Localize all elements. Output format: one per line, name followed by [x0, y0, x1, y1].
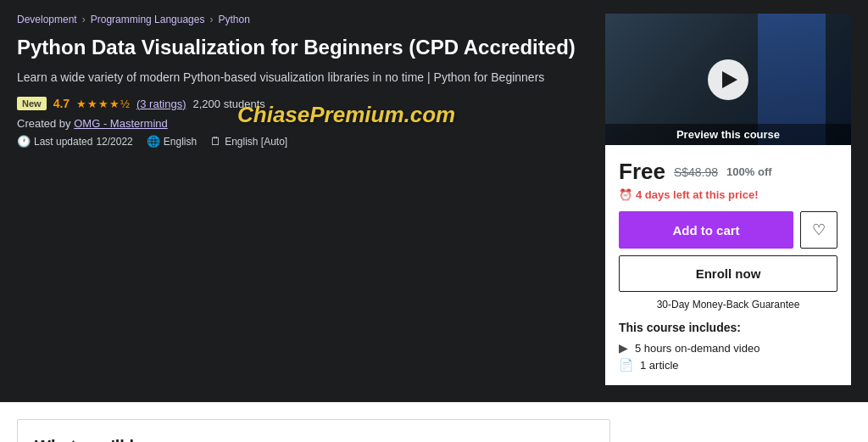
learn-section: What you'll learn ✓ Review the python vi…	[17, 419, 610, 442]
creator-label: Created by	[17, 117, 71, 130]
last-updated-value: 12/2022	[96, 136, 132, 148]
sidebar-card: Free S$48.98 100% off ⏰ 4 days left at t…	[605, 145, 851, 385]
includes-item-article: 📄 1 article	[619, 358, 837, 372]
course-title: Python Data Visualization for Beginners …	[17, 34, 588, 60]
price-row: Free S$48.98 100% off	[619, 159, 837, 185]
language: 🌐 English	[147, 135, 197, 148]
star-3: ★	[98, 98, 108, 110]
bottom-section: What you'll learn ✓ Review the python vi…	[0, 402, 868, 442]
guarantee-text: 30-Day Money-Back Guarantee	[619, 299, 837, 311]
star-1: ★	[76, 98, 86, 110]
heart-icon: ♡	[812, 221, 826, 239]
language-value: English	[164, 136, 197, 148]
breadcrumb-item-3[interactable]: Python	[218, 14, 249, 25]
ratings-link[interactable]: (3 ratings)	[136, 98, 186, 110]
alarm-icon: ⏰	[619, 188, 632, 201]
cart-row: Add to cart ♡	[619, 211, 837, 249]
wishlist-button[interactable]: ♡	[800, 211, 837, 249]
meta-row: 🕐 Last updated 12/2022 🌐 English 🗒 Engli…	[17, 135, 588, 148]
clock-icon: 🕐	[17, 135, 31, 148]
add-to-cart-button[interactable]: Add to cart	[619, 211, 793, 249]
globe-icon: 🌐	[147, 135, 160, 148]
preview-label: Preview this course	[605, 124, 851, 145]
last-updated-label: Last updated	[34, 136, 92, 148]
timer-row: ⏰ 4 days left at this price!	[619, 188, 837, 201]
course-preview[interactable]: Preview this course	[605, 14, 851, 145]
price-original: S$48.98	[674, 165, 718, 179]
includes-item-video: ▶ 5 hours on-demand video	[619, 341, 837, 355]
caption-icon: 🗒	[210, 135, 221, 148]
sidebar: Preview this course Free S$48.98 100% of…	[605, 14, 851, 385]
video-icon: ▶	[619, 341, 628, 355]
course-info-left: Development › Programming Languages › Py…	[17, 14, 605, 385]
caption: 🗒 English [Auto]	[210, 135, 287, 148]
breadcrumb-item-2[interactable]: Programming Languages	[91, 14, 205, 25]
enroll-now-button[interactable]: Enroll now	[619, 255, 837, 292]
star-2: ★	[87, 98, 97, 110]
learn-title: What you'll learn	[35, 437, 593, 442]
breadcrumb: Development › Programming Languages › Py…	[17, 14, 588, 25]
includes-title: This course includes:	[619, 321, 837, 334]
star-4: ★	[109, 98, 120, 110]
includes-article-text: 1 article	[640, 359, 679, 372]
rating-score: 4.7	[53, 97, 70, 110]
includes-list: ▶ 5 hours on-demand video 📄 1 article	[619, 341, 837, 372]
caption-value: English [Auto]	[225, 136, 287, 148]
article-icon: 📄	[619, 358, 633, 372]
discount-badge: 100% off	[726, 165, 771, 178]
new-badge: New	[17, 97, 47, 110]
breadcrumb-sep-2: ›	[209, 14, 213, 25]
ratings-row: New 4.7 ★ ★ ★ ★ ½ (3 ratings) 2,200 stud…	[17, 97, 588, 110]
price-free: Free	[619, 159, 665, 185]
last-updated: 🕐 Last updated 12/2022	[17, 135, 133, 148]
students-count: 2,200 students	[193, 98, 265, 110]
creator-link[interactable]: OMG - Mastermind	[74, 117, 168, 130]
stars: ★ ★ ★ ★ ½	[76, 98, 130, 110]
star-5-half: ½	[120, 98, 130, 110]
timer-text: 4 days left at this price!	[636, 188, 759, 201]
creator-row: Created by OMG - Mastermind	[17, 117, 588, 130]
play-button[interactable]	[708, 59, 748, 100]
top-section: Development › Programming Languages › Py…	[0, 0, 868, 402]
includes-video-text: 5 hours on-demand video	[635, 342, 760, 355]
breadcrumb-item-1[interactable]: Development	[17, 14, 77, 25]
breadcrumb-sep-1: ›	[82, 14, 86, 25]
play-triangle-icon	[722, 71, 737, 88]
course-subtitle: Learn a wide variety of modern Python-ba…	[17, 69, 588, 87]
